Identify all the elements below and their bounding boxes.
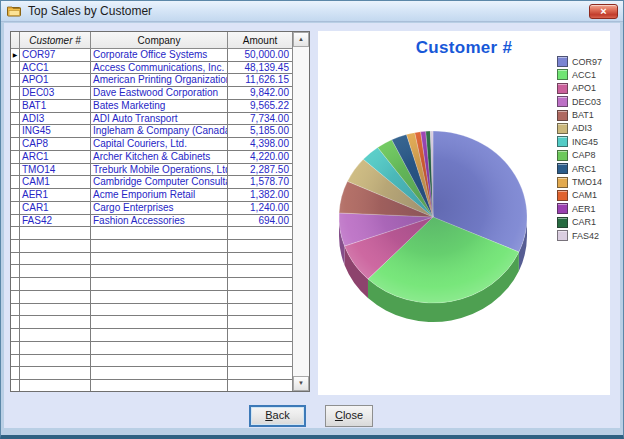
chart-panel: Customer # COR97ACC1APO1DEC03BAT1ADI3ING… bbox=[318, 31, 610, 395]
close-button[interactable]: Close bbox=[325, 405, 373, 427]
table-row-empty bbox=[11, 342, 292, 355]
close-icon[interactable]: × bbox=[589, 4, 618, 19]
row-selector bbox=[11, 87, 20, 100]
legend-label: CAM1 bbox=[572, 190, 597, 200]
cell-amount: 5,185.00 bbox=[228, 125, 292, 138]
cell-customer bbox=[20, 342, 91, 355]
row-selector bbox=[11, 125, 20, 138]
column-header-amount[interactable]: Amount bbox=[228, 32, 292, 49]
table-row[interactable]: CAP8Capital Couriers, Ltd.4,398.00 bbox=[11, 138, 292, 151]
cell-amount bbox=[228, 367, 292, 380]
cell-customer: ARC1 bbox=[20, 151, 91, 164]
cell-amount: 1,240.00 bbox=[228, 202, 292, 215]
row-selector bbox=[11, 202, 20, 215]
cell-customer bbox=[20, 291, 91, 304]
cell-customer: DEC03 bbox=[20, 87, 91, 100]
legend-item: FAS42 bbox=[557, 230, 602, 241]
legend-swatch-icon bbox=[557, 123, 568, 134]
cell-customer bbox=[20, 367, 91, 380]
cell-amount: 694.00 bbox=[228, 215, 292, 228]
cell-customer bbox=[20, 329, 91, 342]
legend-label: ADI3 bbox=[572, 123, 592, 133]
cell-amount bbox=[228, 342, 292, 355]
cell-customer: CAR1 bbox=[20, 202, 91, 215]
table-row[interactable]: TMO14Treburk Mobile Operations, Ltd.2,28… bbox=[11, 164, 292, 177]
cell-customer: APO1 bbox=[20, 74, 91, 87]
legend-item: APO1 bbox=[557, 83, 602, 94]
table-row-empty bbox=[11, 278, 292, 291]
cell-customer bbox=[20, 227, 91, 240]
table-row-empty bbox=[11, 380, 292, 391]
table-row[interactable]: BAT1Bates Marketing9,565.22 bbox=[11, 100, 292, 113]
table-row[interactable]: APO1American Printing Organization11,626… bbox=[11, 74, 292, 87]
close-button-accel: C bbox=[335, 409, 343, 421]
column-header-customer[interactable]: Customer # bbox=[20, 32, 91, 49]
table-row[interactable]: AER1Acme Emporium Retail1,382.00 bbox=[11, 189, 292, 202]
vertical-scrollbar[interactable]: ▲ ▼ bbox=[292, 32, 309, 391]
legend-item: CAR1 bbox=[557, 217, 602, 228]
cell-customer bbox=[20, 355, 91, 368]
cell-customer bbox=[20, 278, 91, 291]
table-row[interactable]: FAS42Fashion Accessories694.00 bbox=[11, 215, 292, 228]
cell-customer bbox=[20, 253, 91, 266]
cell-customer bbox=[20, 240, 91, 253]
cell-amount: 9,842.00 bbox=[228, 87, 292, 100]
legend-swatch-icon bbox=[557, 190, 568, 201]
row-selector bbox=[11, 355, 20, 368]
table-row[interactable]: ADI3ADI Auto Transport7,734.00 bbox=[11, 113, 292, 126]
legend-label: AER1 bbox=[572, 204, 596, 214]
legend-label: BAT1 bbox=[572, 110, 594, 120]
cell-amount: 7,734.00 bbox=[228, 113, 292, 126]
cell-amount: 9,565.22 bbox=[228, 100, 292, 113]
cell-company bbox=[91, 278, 228, 291]
cell-company: Fashion Accessories bbox=[91, 215, 228, 228]
table-row-empty bbox=[11, 265, 292, 278]
table-row[interactable]: ▶COR97Corporate Office Systems50,000.00 bbox=[11, 49, 292, 62]
scroll-down-icon[interactable]: ▼ bbox=[293, 376, 309, 391]
legend-item: COR97 bbox=[557, 56, 602, 67]
cell-company bbox=[91, 367, 228, 380]
cell-company: Ingleham & Company (Canada) Ltd. bbox=[91, 125, 228, 138]
back-button[interactable]: Back bbox=[249, 405, 306, 427]
cell-company bbox=[91, 253, 228, 266]
cell-customer bbox=[20, 380, 91, 391]
table-row[interactable]: ACC1Access Communications, Inc.48,139.45 bbox=[11, 62, 292, 75]
row-selector bbox=[11, 74, 20, 87]
row-selector bbox=[11, 189, 20, 202]
legend-label: DEC03 bbox=[572, 97, 601, 107]
table-row[interactable]: CAR1Cargo Enterprises1,240.00 bbox=[11, 202, 292, 215]
dialog-window: Top Sales by Customer × Customer # Compa… bbox=[0, 0, 624, 439]
table-row-empty bbox=[11, 304, 292, 317]
column-header-company[interactable]: Company bbox=[91, 32, 228, 49]
cell-amount bbox=[228, 316, 292, 329]
row-selector bbox=[11, 215, 20, 228]
scroll-up-icon[interactable]: ▲ bbox=[293, 32, 309, 47]
cell-amount bbox=[228, 291, 292, 304]
cell-customer: TMO14 bbox=[20, 164, 91, 177]
cell-company: Bates Marketing bbox=[91, 100, 228, 113]
legend-label: COR97 bbox=[572, 57, 602, 67]
legend-item: ARC1 bbox=[557, 163, 602, 174]
row-selector bbox=[11, 164, 20, 177]
legend-item: ADI3 bbox=[557, 123, 602, 134]
legend-label: ING45 bbox=[572, 137, 598, 147]
row-selector bbox=[11, 227, 20, 240]
grid-main: Customer # Company Amount ▶COR97Corporat… bbox=[11, 32, 292, 391]
row-selector bbox=[11, 278, 20, 291]
cell-company: American Printing Organization bbox=[91, 74, 228, 87]
cell-customer: AER1 bbox=[20, 189, 91, 202]
dialog-client-area: Customer # Company Amount ▶COR97Corporat… bbox=[4, 23, 620, 428]
table-row[interactable]: ARC1Archer Kitchen & Cabinets4,220.00 bbox=[11, 151, 292, 164]
table-row[interactable]: ING45Ingleham & Company (Canada) Ltd.5,1… bbox=[11, 125, 292, 138]
table-row[interactable]: CAM1Cambridge Computer Consultant1,578.7… bbox=[11, 176, 292, 189]
cell-amount: 50,000.00 bbox=[228, 49, 292, 62]
row-selector bbox=[11, 380, 20, 391]
legend-swatch-icon bbox=[557, 163, 568, 174]
table-row[interactable]: DEC03Dave Eastwood Corporation9,842.00 bbox=[11, 87, 292, 100]
cell-customer: ADI3 bbox=[20, 113, 91, 126]
row-selector bbox=[11, 342, 20, 355]
cell-company bbox=[91, 291, 228, 304]
cell-company: Archer Kitchen & Cabinets bbox=[91, 151, 228, 164]
cell-customer: COR97 bbox=[20, 49, 91, 62]
legend-swatch-icon bbox=[557, 203, 568, 214]
